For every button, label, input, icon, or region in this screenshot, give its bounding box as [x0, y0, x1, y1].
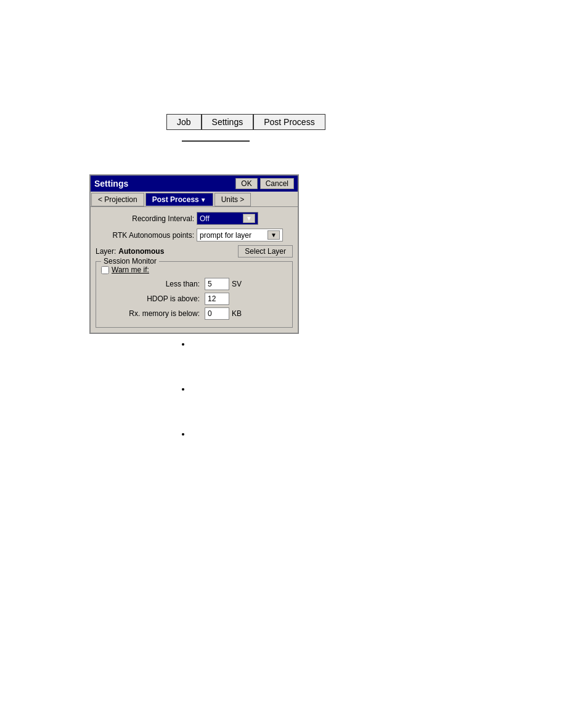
dropdown-arrow-icon: ▼: [200, 197, 206, 203]
dialog-content: Recording Interval: Off ▼ RTK Autonomous…: [91, 207, 298, 333]
hdop-row: HDOP is above: 12: [101, 293, 287, 305]
rtk-autonomous-dropdown-arrow: ▼: [267, 230, 280, 240]
layer-row: Layer: Autonomous Select Layer: [96, 245, 293, 258]
less-than-label: Less than:: [101, 280, 200, 288]
recording-interval-dropdown-arrow: ▼: [243, 214, 255, 223]
recording-interval-select[interactable]: Off ▼: [197, 212, 258, 225]
session-monitor-group: Session Monitor Warn me if: Less than: 5…: [96, 261, 293, 328]
settings-dialog: Settings OK Cancel < Projection Post Pro…: [89, 174, 299, 334]
recording-interval-label: Recording Interval:: [96, 214, 194, 223]
tab-projection[interactable]: < Projection: [91, 193, 144, 206]
top-nav: Job Settings Post Process: [166, 114, 325, 130]
dialog-tabs: < Projection Post Process ▼ Units >: [91, 192, 298, 207]
less-than-row: Less than: 5 SV: [101, 278, 287, 290]
rx-memory-label: Rx. memory is below:: [101, 309, 200, 318]
nav-underline: [182, 140, 250, 142]
hdop-label: HDOP is above:: [101, 294, 200, 303]
hdop-input[interactable]: 12: [205, 293, 229, 305]
rtk-autonomous-label: RTK Autonomous points:: [96, 231, 194, 240]
layer-label: Layer:: [96, 247, 116, 256]
rx-memory-unit: KB: [232, 309, 242, 318]
tab-post-process[interactable]: Post Process: [253, 114, 325, 130]
less-than-input[interactable]: 5: [205, 278, 229, 290]
tab-job[interactable]: Job: [166, 114, 202, 130]
less-than-unit: SV: [232, 280, 242, 288]
layer-value: Autonomous: [118, 247, 164, 256]
dialog-title: Settings: [94, 179, 128, 189]
warn-checkbox-row: Warn me if:: [101, 266, 287, 274]
recording-interval-row: Recording Interval: Off ▼: [96, 212, 293, 225]
warn-checkbox[interactable]: [101, 266, 109, 274]
tab-post-process-active[interactable]: Post Process ▼: [145, 193, 213, 206]
rtk-autonomous-select[interactable]: prompt for layer ▼: [197, 229, 283, 241]
ok-button[interactable]: OK: [235, 178, 257, 189]
rtk-autonomous-row: RTK Autonomous points: prompt for layer …: [96, 229, 293, 241]
rx-memory-input[interactable]: 0: [205, 307, 229, 320]
tab-units[interactable]: Units >: [214, 193, 251, 206]
dialog-title-buttons: OK Cancel: [235, 178, 294, 189]
session-monitor-title: Session Monitor: [101, 257, 159, 266]
tab-settings[interactable]: Settings: [202, 114, 254, 130]
cancel-button[interactable]: Cancel: [260, 178, 294, 189]
warn-label: Warn me if:: [112, 266, 149, 274]
select-layer-button[interactable]: Select Layer: [238, 245, 293, 258]
bullet-list: [179, 339, 191, 474]
rx-memory-row: Rx. memory is below: 0 KB: [101, 307, 287, 320]
dialog-titlebar: Settings OK Cancel: [91, 176, 298, 192]
